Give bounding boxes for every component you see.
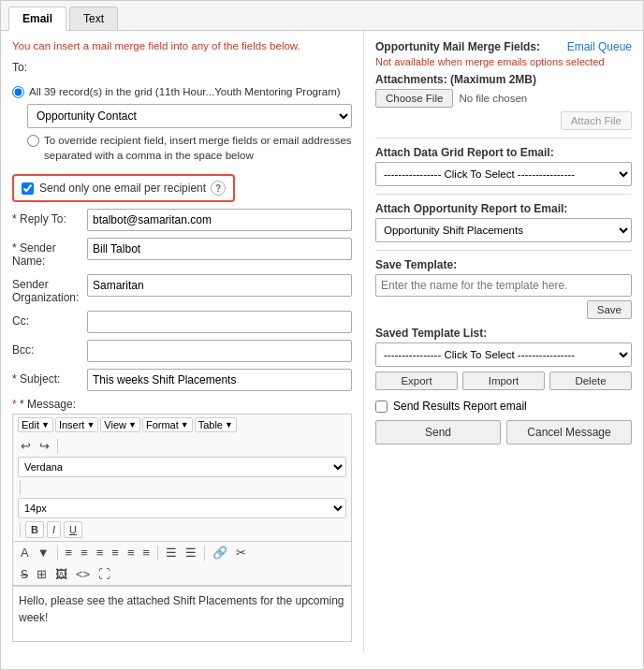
to-row: To: bbox=[12, 61, 352, 78]
radio-all-records[interactable] bbox=[12, 86, 24, 98]
radio-row-1: All 39 record(s) in the grid (11th Hour.… bbox=[12, 84, 352, 99]
underline-button[interactable]: U bbox=[64, 521, 82, 538]
radio-override-label: To override recipient field, insert merg… bbox=[44, 133, 352, 163]
info-text: You can insert a mail merge field into a… bbox=[12, 40, 352, 51]
table-insert-icon[interactable]: ⊞ bbox=[34, 566, 50, 582]
sender-org-row: Sender Organization: bbox=[12, 274, 352, 304]
ordered-list-icon[interactable]: ☰ bbox=[183, 545, 199, 561]
cancel-message-button[interactable]: Cancel Message bbox=[506, 420, 632, 444]
save-template-title: Save Template: bbox=[375, 258, 632, 271]
sender-org-label: Sender Organization: bbox=[12, 274, 87, 304]
saved-template-title: Saved Template List: bbox=[375, 327, 632, 340]
message-toolbar-row2: ↩ ↪ Verdana 14px B I U bbox=[12, 435, 352, 542]
radio-override[interactable] bbox=[27, 135, 39, 147]
attach-file-btn-row: Attach File bbox=[375, 111, 632, 130]
send-results-label: Send Results Report email bbox=[393, 400, 527, 413]
font-select[interactable]: Verdana bbox=[18, 457, 346, 477]
no-file-text: No file chosen bbox=[459, 93, 527, 104]
sep2 bbox=[20, 480, 21, 495]
cc-input[interactable] bbox=[87, 311, 352, 333]
code-icon[interactable]: <> bbox=[73, 566, 93, 582]
cc-row: Cc: bbox=[12, 311, 352, 333]
reply-to-row: * Reply To: bbox=[12, 209, 352, 231]
right-panel: Email Queue Opportunity Mail Merge Field… bbox=[364, 31, 643, 651]
italic-button[interactable]: I bbox=[47, 521, 61, 538]
data-grid-select[interactable]: ---------------- Click To Select -------… bbox=[375, 162, 632, 186]
undo-icon[interactable]: ↩ bbox=[18, 438, 34, 454]
unlink-icon[interactable]: ✂ bbox=[233, 545, 249, 561]
reply-to-field bbox=[87, 209, 352, 231]
saved-template-select[interactable]: ---------------- Click To Select -------… bbox=[375, 342, 632, 367]
send-only-one-label: Send only one email per recipient bbox=[39, 182, 206, 195]
image-icon[interactable]: 🖼 bbox=[52, 566, 70, 582]
bold-button[interactable]: B bbox=[25, 521, 44, 538]
tab-text[interactable]: Text bbox=[69, 7, 118, 30]
opportunity-report-title: Attach Opportunity Report to Email: bbox=[375, 202, 632, 215]
sender-name-field bbox=[87, 238, 352, 260]
sep6 bbox=[204, 546, 205, 561]
sep1 bbox=[57, 439, 58, 454]
edit-menu[interactable]: Edit▼ bbox=[18, 417, 53, 432]
delete-button[interactable]: Delete bbox=[549, 371, 632, 390]
font-bg-icon[interactable]: ▼ bbox=[35, 545, 52, 561]
save-template-input[interactable] bbox=[375, 274, 632, 297]
reply-to-input[interactable] bbox=[87, 209, 352, 231]
opportunity-report-select[interactable]: Opportunity Shift Placements bbox=[375, 218, 632, 242]
opportunity-contact-select[interactable]: Opportunity Contact bbox=[27, 104, 352, 128]
bcc-label: Bcc: bbox=[12, 340, 87, 357]
subject-input[interactable] bbox=[87, 369, 352, 391]
send-results-row: Send Results Report email bbox=[375, 400, 632, 413]
message-editor[interactable]: Hello, please see the attached Shift Pla… bbox=[12, 586, 352, 642]
sender-name-label: * Sender Name: bbox=[12, 238, 87, 268]
bottom-btns: Send Cancel Message bbox=[375, 420, 632, 444]
tab-bar: Email Text bbox=[1, 1, 643, 31]
send-only-one-box: Send only one email per recipient ? bbox=[12, 174, 235, 202]
table-menu[interactable]: Table▼ bbox=[195, 417, 237, 432]
sender-org-input[interactable] bbox=[87, 274, 352, 297]
choose-file-button[interactable]: Choose File bbox=[375, 89, 453, 108]
send-only-one-checkbox[interactable] bbox=[22, 182, 34, 195]
sep5 bbox=[157, 546, 158, 561]
format-menu[interactable]: Format▼ bbox=[142, 417, 193, 432]
sender-name-input[interactable] bbox=[87, 238, 352, 260]
sender-name-row: * Sender Name: bbox=[12, 238, 352, 268]
align-justify-icon[interactable]: ≡ bbox=[109, 545, 122, 561]
align-full-icon[interactable]: ≡ bbox=[124, 545, 138, 561]
bcc-field bbox=[87, 340, 352, 362]
radio-row-2: To override recipient field, insert merg… bbox=[27, 133, 352, 163]
to-label: To: bbox=[12, 61, 27, 74]
strikethrough-icon[interactable]: S̶ bbox=[18, 566, 31, 582]
save-template-button[interactable]: Save bbox=[587, 300, 632, 319]
opportunity-select-wrapper: Opportunity Contact bbox=[27, 104, 352, 128]
send-results-checkbox[interactable] bbox=[375, 401, 388, 413]
attachments-title: Attachments: (Maximum 2MB) bbox=[375, 73, 632, 86]
align-left-icon[interactable]: ≡ bbox=[63, 545, 76, 561]
email-queue-link[interactable]: Email Queue bbox=[567, 40, 632, 53]
cc-field bbox=[87, 311, 352, 333]
import-button[interactable]: Import bbox=[462, 371, 545, 390]
size-select[interactable]: 14px bbox=[18, 498, 346, 518]
radio-all-records-label: All 39 record(s) in the grid (11th Hour.… bbox=[29, 84, 341, 99]
insert-menu[interactable]: Insert▼ bbox=[55, 417, 98, 432]
bcc-input[interactable] bbox=[87, 340, 352, 362]
cc-label: Cc: bbox=[12, 311, 87, 328]
save-btn-row: Save bbox=[375, 300, 632, 319]
link-icon[interactable]: 🔗 bbox=[210, 545, 230, 561]
message-toolbar-row3: A ▼ ≡ ≡ ≡ ≡ ≡ ≡ ☰ ☰ 🔗 ✂ bbox=[12, 542, 352, 563]
font-color-icon[interactable]: A bbox=[18, 545, 32, 561]
to-section: To: All 39 record(s) in the grid (11th H… bbox=[12, 61, 352, 163]
unordered-list-icon[interactable]: ☰ bbox=[163, 545, 180, 561]
view-menu[interactable]: View▼ bbox=[100, 417, 140, 432]
indent-icon[interactable]: ≡ bbox=[140, 545, 154, 561]
export-button[interactable]: Export bbox=[375, 371, 458, 390]
align-center-icon[interactable]: ≡ bbox=[78, 545, 91, 561]
merge-fields-info: Not available when merge emails options … bbox=[375, 56, 632, 67]
attach-file-button[interactable]: Attach File bbox=[561, 111, 632, 130]
send-button[interactable]: Send bbox=[375, 420, 501, 444]
align-right-icon[interactable]: ≡ bbox=[94, 545, 107, 561]
tab-email[interactable]: Email bbox=[8, 7, 66, 31]
fullscreen-icon[interactable]: ⛶ bbox=[95, 566, 113, 582]
help-icon[interactable]: ? bbox=[211, 181, 226, 196]
saved-list-btns: Export Import Delete bbox=[375, 371, 632, 390]
redo-icon[interactable]: ↪ bbox=[37, 438, 52, 454]
